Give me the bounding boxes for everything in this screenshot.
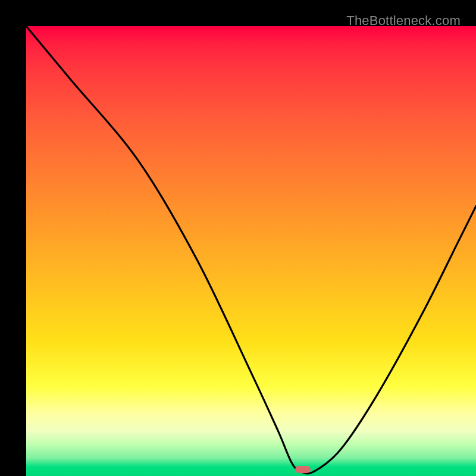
bottleneck-curve: [26, 26, 476, 474]
marker-pill-icon: [295, 466, 311, 473]
chart-frame: TheBottleneck.com: [0, 0, 476, 476]
chart-curve-svg: [26, 26, 476, 476]
chart-plot-area: [26, 26, 476, 476]
